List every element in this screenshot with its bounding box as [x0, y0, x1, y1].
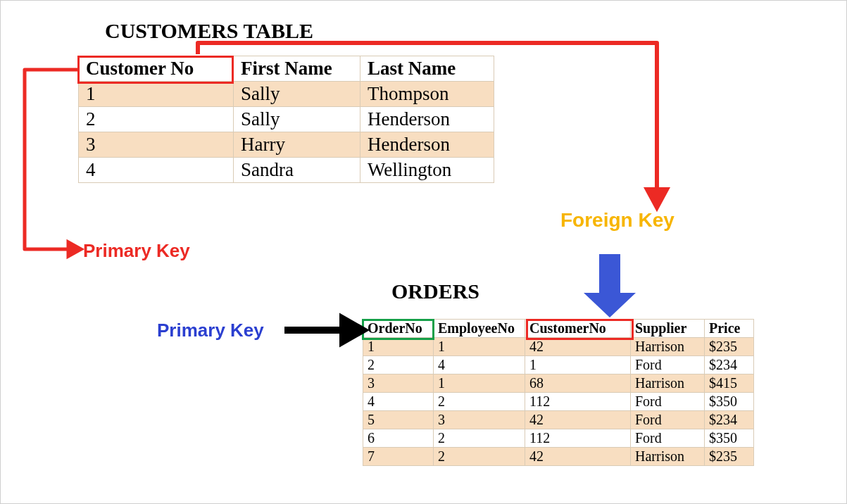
cell-customer-no: 1 — [525, 356, 631, 374]
cell-customer-no: 3 — [79, 132, 234, 158]
table-row: 7 2 42 Harrison $235 — [363, 448, 754, 466]
col-last-name: Last Name — [360, 56, 494, 82]
cell-supplier: Ford — [631, 429, 705, 448]
cell-customer-no: 42 — [525, 338, 631, 356]
label-primary-key-customers: Primary Key — [83, 240, 190, 262]
cell-order-no: 1 — [363, 338, 434, 356]
cell-customer-no: 4 — [79, 158, 234, 183]
label-foreign-key: Foreign Key — [560, 209, 675, 232]
cell-customer-no: 112 — [525, 393, 631, 411]
cell-price: $235 — [705, 338, 754, 356]
col-first-name: First Name — [234, 56, 360, 82]
cell-employee-no: 3 — [434, 411, 525, 429]
cell-first-name: Sandra — [234, 158, 360, 183]
customers-table: Customer No First Name Last Name 1 Sally… — [78, 56, 494, 183]
cell-order-no: 7 — [363, 448, 434, 466]
cell-price: $234 — [705, 411, 754, 429]
cell-customer-no: 112 — [525, 429, 631, 448]
diagram-stage: CUSTOMERS TABLE Customer No First Name L… — [0, 0, 847, 504]
cell-employee-no: 1 — [434, 374, 525, 393]
svg-marker-3 — [343, 319, 363, 341]
col-customer-no: Customer No — [79, 56, 234, 82]
orders-title: ORDERS — [391, 279, 479, 303]
cell-price: $415 — [705, 374, 754, 393]
cell-supplier: Harrison — [631, 448, 705, 466]
cell-employee-no: 2 — [434, 429, 525, 448]
arrow-orders-pk — [284, 319, 363, 341]
cell-employee-no: 2 — [434, 448, 525, 466]
cell-order-no: 3 — [363, 374, 434, 393]
arrow-customers-pk — [25, 70, 81, 256]
orders-table: OrderNo EmployeeNo CustomerNo Supplier P… — [363, 319, 754, 466]
col-order-no: OrderNo — [363, 320, 434, 338]
table-row: 1 Sally Thompson — [79, 82, 494, 107]
table-row: 5 3 42 Ford $234 — [363, 411, 754, 429]
cell-first-name: Harry — [234, 132, 360, 158]
cell-customer-no: 68 — [525, 374, 631, 393]
cell-customer-no: 42 — [525, 448, 631, 466]
cell-customer-no: 2 — [79, 107, 234, 132]
col-customer-no: CustomerNo — [525, 320, 631, 338]
cell-price: $234 — [705, 356, 754, 374]
cell-customer-no: 1 — [79, 82, 234, 107]
cell-order-no: 6 — [363, 429, 434, 448]
col-price: Price — [705, 320, 754, 338]
cell-price: $350 — [705, 429, 754, 448]
cell-price: $350 — [705, 393, 754, 411]
cell-order-no: 4 — [363, 393, 434, 411]
table-row: 3 Harry Henderson — [79, 132, 494, 158]
cell-last-name: Henderson — [360, 132, 494, 158]
col-supplier: Supplier — [631, 320, 705, 338]
svg-marker-1 — [647, 189, 667, 208]
cell-supplier: Harrison — [631, 374, 705, 393]
cell-employee-no: 2 — [434, 393, 525, 411]
cell-order-no: 2 — [363, 356, 434, 374]
svg-marker-4 — [584, 254, 636, 317]
table-row: 4 2 112 Ford $350 — [363, 393, 754, 411]
cell-supplier: Ford — [631, 411, 705, 429]
cell-customer-no: 42 — [525, 411, 631, 429]
cell-first-name: Sally — [234, 107, 360, 132]
table-header-row: Customer No First Name Last Name — [79, 56, 494, 82]
cell-employee-no: 4 — [434, 356, 525, 374]
cell-supplier: Ford — [631, 356, 705, 374]
cell-price: $235 — [705, 448, 754, 466]
customers-title: CUSTOMERS TABLE — [105, 19, 313, 43]
table-header-row: OrderNo EmployeeNo CustomerNo Supplier P… — [363, 320, 754, 338]
table-row: 1 1 42 Harrison $235 — [363, 338, 754, 356]
cell-supplier: Harrison — [631, 338, 705, 356]
label-primary-key-orders: Primary Key — [157, 320, 264, 341]
col-employee-no: EmployeeNo — [434, 320, 525, 338]
svg-marker-0 — [68, 242, 81, 256]
cell-last-name: Wellington — [360, 158, 494, 183]
table-row: 2 Sally Henderson — [79, 107, 494, 132]
table-row: 2 4 1 Ford $234 — [363, 356, 754, 374]
table-row: 3 1 68 Harrison $415 — [363, 374, 754, 393]
cell-supplier: Ford — [631, 393, 705, 411]
cell-first-name: Sally — [234, 82, 360, 107]
cell-last-name: Thompson — [360, 82, 494, 107]
table-row: 4 Sandra Wellington — [79, 158, 494, 183]
cell-last-name: Henderson — [360, 107, 494, 132]
table-row: 6 2 112 Ford $350 — [363, 429, 754, 448]
cell-employee-no: 1 — [434, 338, 525, 356]
cell-order-no: 5 — [363, 411, 434, 429]
arrow-foreign-key-down — [584, 254, 636, 317]
